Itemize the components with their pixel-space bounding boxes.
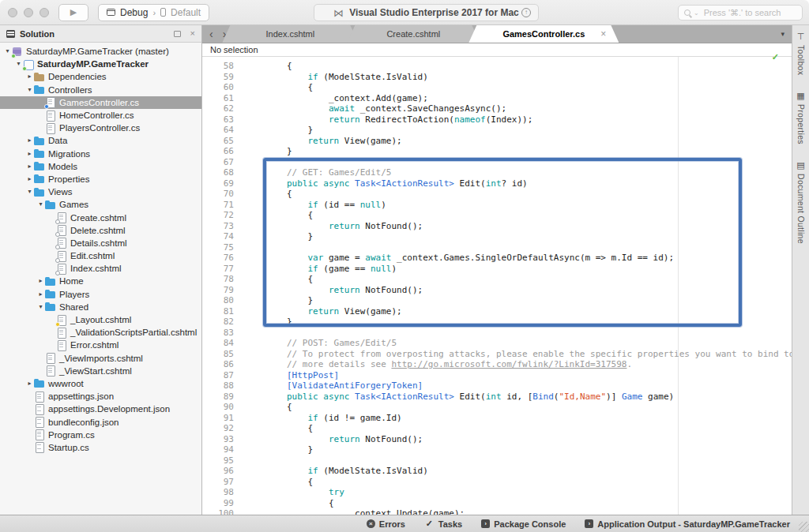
tree-item[interactable]: ▸Dependencies [0, 70, 201, 83]
minimize-window-button[interactable] [24, 8, 33, 17]
code-line[interactable]: 86 // more details see http://go.microso… [202, 359, 792, 370]
code-line[interactable]: 93 return NotFound(); [202, 434, 792, 445]
statusbar-item-package[interactable]: ›Package Console [481, 519, 566, 529]
code-health-check-icon[interactable]: ✓ [772, 52, 779, 62]
code-line[interactable]: 59 if (ModelState.IsValid) [202, 72, 792, 83]
code-line[interactable]: 97 { [202, 477, 792, 488]
tree-item[interactable]: _ViewStart.cshtml [0, 365, 201, 377]
tree-item[interactable]: ▾Games [0, 198, 201, 211]
close-tab-icon[interactable]: × [600, 28, 606, 39]
code-line[interactable]: 100 _context.Update(game); [202, 508, 792, 515]
code-line[interactable]: 64 } [202, 125, 792, 136]
tab-list-dropdown[interactable]: ▾ [781, 30, 792, 38]
tree-item[interactable]: GamesController.cs [0, 96, 201, 109]
tree-item[interactable]: _ViewImports.cshtml [0, 352, 201, 365]
code-line[interactable]: 92 { [202, 423, 792, 434]
close-window-button[interactable] [8, 8, 17, 17]
code-line[interactable]: 60 { [202, 82, 792, 93]
expander-right-icon[interactable]: ▸ [25, 176, 34, 182]
code-line[interactable]: 85 // To protect from overposting attack… [202, 349, 792, 360]
expander-right-icon[interactable]: ▸ [25, 380, 34, 387]
close-pad-icon[interactable]: × [190, 29, 195, 38]
build-configuration-dropdown[interactable]: Debug › Default [98, 4, 209, 21]
statusbar-item-errors[interactable]: ×Errors [367, 519, 405, 529]
code-line[interactable]: 87 [HttpPost] [202, 370, 792, 381]
expander-right-icon[interactable]: ▸ [36, 291, 45, 298]
tree-item[interactable]: ▾Shared [0, 301, 201, 313]
code-line[interactable]: 95 [202, 455, 792, 466]
tree-item[interactable]: Index.cshtml [0, 262, 201, 275]
global-search-input[interactable]: ⌄ Press '⌘.' to search [678, 5, 803, 21]
tree-item[interactable]: Create.cshtml [0, 211, 201, 223]
statusbar-item-tasks[interactable]: ✓Tasks [424, 519, 462, 529]
tab-Index.cshtml[interactable]: Index.cshtml [222, 25, 358, 43]
tree-item[interactable]: ▸Properties [0, 173, 201, 185]
code-line[interactable]: 61 _context.Add(game); [202, 93, 792, 104]
code-line[interactable]: 65 return View(game); [202, 136, 792, 147]
tree-item[interactable]: _Layout.cshtml [0, 313, 201, 326]
tree-item[interactable]: ▸Models [0, 160, 201, 173]
code-line[interactable]: 66 } [202, 146, 792, 157]
zoom-window-button[interactable] [40, 8, 49, 17]
tree-item[interactable]: ▸Migrations [0, 148, 201, 160]
tree-item[interactable]: Details.cshtml [0, 237, 201, 249]
tree-item[interactable]: PlayersController.cs [0, 122, 201, 134]
expander-right-icon[interactable]: ▸ [25, 151, 34, 157]
code-line[interactable]: 89 public async Task<IActionResult> Edit… [202, 392, 792, 403]
navigate-back-button[interactable]: ‹ [209, 28, 213, 40]
tree-item[interactable]: ▾Controllers [0, 84, 201, 96]
expander-down-icon[interactable]: ▾ [36, 304, 45, 310]
code-line[interactable]: 98 try [202, 487, 792, 498]
code-line[interactable]: 62 await _context.SaveChangesAsync(); [202, 103, 792, 114]
line-number: 89 [207, 392, 234, 403]
expander-right-icon[interactable]: ▸ [25, 137, 34, 144]
tree-item[interactable]: ▸Home [0, 275, 201, 287]
tree-item[interactable]: appsettings.json [0, 390, 201, 403]
device-icon [160, 8, 166, 17]
code-line[interactable]: 58 { [202, 61, 792, 72]
dock-tab-document-outline[interactable]: ▤Document Outline [796, 160, 806, 244]
code-line[interactable]: 88 [ValidateAntiForgeryToken] [202, 380, 792, 392]
expander-down-icon[interactable]: ▾ [25, 189, 34, 195]
dock-tab-toolbox[interactable]: ⊤Toolbox [796, 32, 806, 75]
tree-item[interactable]: ▸Players [0, 288, 201, 301]
code-editor[interactable]: 58 {59 if (ModelState.IsValid)60 {61 _co… [202, 57, 792, 515]
tree-item[interactable]: appsettings.Development.json [0, 403, 201, 415]
resize-grip[interactable] [799, 522, 809, 532]
expander-right-icon[interactable]: ▸ [36, 278, 45, 284]
code-line[interactable]: 63 return RedirectToAction(nameof(Index)… [202, 114, 792, 126]
tree-item[interactable]: _ValidationScriptsPartial.cshtml [0, 326, 201, 339]
tree-item[interactable]: HomeController.cs [0, 109, 201, 122]
run-button[interactable]: ▶ [58, 4, 88, 21]
tree-item[interactable]: ▾Views [0, 185, 201, 198]
code-line[interactable]: 84 // POST: Games/Edit/5 [202, 338, 792, 349]
tree-item[interactable]: Program.cs [0, 429, 201, 441]
dock-pad-icon[interactable] [174, 31, 181, 37]
tab-Create.cshtml[interactable]: Create.cshtml [347, 25, 480, 43]
code-line[interactable]: 90 { [202, 402, 792, 413]
code-line[interactable]: 96 if (ModelState.IsValid) [202, 466, 792, 477]
code-line[interactable]: 94 } [202, 444, 792, 455]
expander-down-icon[interactable]: ▾ [36, 201, 45, 208]
expander-right-icon[interactable]: ▸ [25, 163, 34, 170]
expander-right-icon[interactable]: ▸ [25, 73, 34, 80]
tree-item[interactable]: Delete.cshtml [0, 224, 201, 237]
expander-down-icon[interactable]: ▾ [25, 87, 34, 93]
dock-tab-properties[interactable]: ▦Properties [796, 91, 806, 144]
tree-item[interactable]: ▸wwwroot [0, 377, 201, 390]
expander-down-icon[interactable]: ▾ [3, 48, 12, 54]
code-line[interactable]: 83 [202, 328, 792, 339]
publish-icon[interactable]: ↑ [521, 8, 531, 17]
tab-GamesController.cs[interactable]: GamesController.cs× [468, 25, 619, 43]
tree-item[interactable]: Edit.cshtml [0, 249, 201, 262]
tree-item[interactable]: ▾SaturdayMP.GameTracker (master) [0, 45, 201, 58]
statusbar-item-application[interactable]: ›Application Output - SaturdayMP.GameTra… [585, 519, 790, 529]
expander-down-icon[interactable]: ▾ [14, 61, 23, 67]
code-line[interactable]: 91 if (id != game.Id) [202, 413, 792, 424]
tree-item[interactable]: Error.cshtml [0, 339, 201, 351]
tree-item[interactable]: ▾SaturdayMP.GameTracker [0, 58, 201, 70]
tree-item[interactable]: ▸Data [0, 134, 201, 147]
code-line[interactable]: 99 { [202, 498, 792, 509]
tree-item[interactable]: bundleconfig.json [0, 415, 201, 428]
tree-item[interactable]: Startup.cs [0, 441, 201, 454]
